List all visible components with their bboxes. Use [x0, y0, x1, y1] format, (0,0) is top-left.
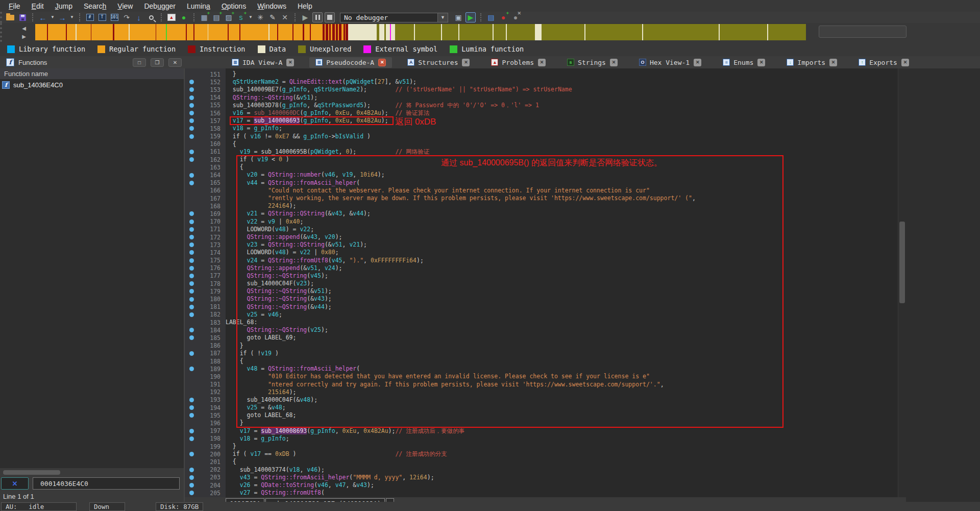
code-line[interactable]: 185 goto LABEL_69;	[185, 334, 906, 342]
remove-breakpoint-icon[interactable]: ●✕	[510, 12, 521, 22]
freeze-icon[interactable]: ✳	[255, 12, 265, 22]
code-line[interactable]: 178 sub_14000C04F(v23);	[185, 280, 906, 287]
code-line[interactable]: 159 if ( v16 != 0xE7 && g_pInfo->bIsVali…	[185, 133, 906, 140]
code-line[interactable]: 179 QString::~QString(&v51);	[185, 287, 906, 295]
code-line[interactable]: 193 sub_14000C04F(&v48);	[185, 396, 906, 404]
code-line[interactable]: 205 v27 = QString::fromUtf8(	[185, 489, 906, 497]
code-line[interactable]: 180 QString::~QString(&v43);	[185, 295, 906, 303]
code-line[interactable]: 174 LODWORD(v48) = v22 | 0x80;	[185, 249, 906, 256]
tab-close-icon[interactable]: ✕	[286, 59, 294, 66]
code-line[interactable]: 157 v17 = sub_140008693(g_pInfo, 0xEu, 0…	[185, 117, 906, 125]
tab-enums[interactable]: ≡Enums✕	[717, 57, 771, 68]
debugger-select[interactable]: No debugger▼	[340, 13, 448, 22]
code-line[interactable]: 194 v25 = &v48;	[185, 404, 906, 411]
panel-float-button[interactable]: ❐	[151, 58, 164, 67]
back-history-dropdown[interactable]: ▼	[50, 12, 55, 22]
debug-continue-icon[interactable]: ▶	[465, 12, 476, 22]
jump-to-address-icon[interactable]: #	[85, 12, 95, 22]
code-line[interactable]: 183LABEL_68:	[185, 319, 906, 326]
jump-down-icon[interactable]: ↓	[134, 12, 144, 22]
code-line[interactable]: 172 QString::append(&v43, v20);	[185, 233, 906, 241]
code-line[interactable]: 164 v20 = QString::number(v46, v19, 10i6…	[185, 171, 906, 179]
code-line[interactable]: 166 "Could not contact the webserver. Pl…	[185, 187, 906, 194]
code-line[interactable]: 184 QString::~QString(v25);	[185, 326, 906, 334]
current-address-field[interactable]: 00014036E4C0	[33, 477, 180, 490]
edit-function-icon[interactable]: ✎	[267, 12, 278, 22]
code-line[interactable]: 190 "010 Editor has detected that you ha…	[185, 373, 906, 380]
tab-problems[interactable]: ▲Problems✕	[485, 57, 552, 68]
code-line[interactable]: 177 QString::~QString(v45);	[185, 272, 906, 280]
code-line[interactable]: 191 "ntered correctly and try again. If …	[185, 381, 906, 388]
analysis-status-icon[interactable]: ●	[179, 12, 189, 22]
tab-close-icon[interactable]: ✕	[538, 59, 546, 66]
search-icon[interactable]	[146, 12, 156, 22]
navigate-back-icon[interactable]: ←	[38, 12, 48, 22]
code-line[interactable]: 182 v25 = v46;	[185, 311, 906, 319]
function-name-column-header[interactable]: Function name	[0, 68, 184, 80]
code-line[interactable]: 154 QString::~QString(&v51);	[185, 94, 906, 102]
add-breakpoint-icon[interactable]: ●+	[498, 12, 508, 22]
function-list-item[interactable]: f sub_14036E4C0	[0, 80, 184, 90]
code-line[interactable]: 187 if ( !v19 )	[185, 350, 906, 357]
menu-item-view[interactable]: View	[112, 1, 138, 11]
tab-close-icon[interactable]: ✕	[901, 59, 909, 66]
code-line[interactable]: 181 QString::~QString(&v44);	[185, 303, 906, 311]
debug-run-icon[interactable]: ▶	[300, 12, 310, 22]
panel-close-button[interactable]: ✕	[168, 58, 182, 67]
jump-to-name-icon[interactable]: T	[97, 12, 107, 22]
tab-close-icon[interactable]: ✕	[757, 59, 765, 66]
tab-close-icon[interactable]: ✕	[694, 59, 701, 66]
menu-item-file[interactable]: File	[3, 1, 26, 11]
tab-exports[interactable]: ↑Exports✕	[852, 57, 915, 68]
code-line[interactable]: 155 sub_140003D78(g_pInfo, &qStrPassword…	[185, 102, 906, 109]
breakpoint-list-icon[interactable]: ▤	[486, 12, 496, 22]
navband-right-arrow[interactable]: ▶	[19, 32, 29, 40]
code-line[interactable]: 186 }	[185, 342, 906, 350]
tab-ida-view-a[interactable]: ≣IDA View-A✕	[226, 57, 300, 68]
debug-attach-icon[interactable]: ▣	[453, 12, 463, 22]
menu-item-help[interactable]: Help	[292, 1, 318, 11]
code-line[interactable]: 204 v26 = QDate::toString(v46, v47, &v43…	[185, 481, 906, 489]
code-line[interactable]: 188 {	[185, 357, 906, 365]
code-line[interactable]: 196 }	[185, 419, 906, 427]
code-line[interactable]: 168 224i64);	[185, 202, 906, 210]
make-name-icon[interactable]: ▨+	[224, 12, 234, 22]
tab-structures[interactable]: AStructures✕	[401, 57, 476, 68]
code-line[interactable]: 165 v44 = QString::fromAscii_helper(	[185, 179, 906, 187]
code-line[interactable]: 202 sub_140003774(v18, v46);	[185, 466, 906, 474]
code-line[interactable]: 176 QString::append(&v51, v24);	[185, 264, 906, 272]
scrollbar-thumb[interactable]	[3, 470, 60, 475]
jump-to-segment-icon[interactable]: 101	[109, 12, 119, 22]
clear-filter-button[interactable]: ✕	[1, 477, 29, 490]
save-file-icon[interactable]	[17, 12, 28, 22]
tab-close-icon[interactable]: ✕	[462, 59, 470, 66]
tab-pseudocode-a[interactable]: ≣Pseudocode-A✕	[309, 57, 392, 68]
tab-strings[interactable]: sStrings✕	[561, 57, 624, 68]
panel-minimize-button[interactable]: □	[133, 58, 146, 67]
code-line[interactable]: 171 LODWORD(v48) = v22;	[185, 226, 906, 233]
code-line[interactable]: 200 if ( v17 == 0xDB ) // 注册成功的分支	[185, 450, 906, 458]
code-line[interactable]: 160 {	[185, 140, 906, 148]
tab-close-icon[interactable]: ✕	[829, 59, 837, 66]
make-data-icon[interactable]: ▤+	[211, 12, 222, 22]
code-line[interactable]: 173 v23 = QString::QString(&v51, v21);	[185, 241, 906, 249]
code-line[interactable]: 152 qStrUserName2 = QLineEdit::text(pQWi…	[185, 78, 906, 86]
code-line[interactable]: 161 v19 = sub_14000695B(pQWidget, 0); //…	[185, 148, 906, 156]
navigate-forward-icon[interactable]: →	[57, 12, 67, 22]
menu-item-options[interactable]: Options	[216, 1, 252, 11]
functions-horizontal-scrollbar[interactable]	[0, 468, 184, 476]
debug-pause-icon[interactable]	[312, 12, 323, 22]
chevron-down-icon[interactable]: ▼	[437, 13, 448, 22]
tab-imports[interactable]: ↓Imports✕	[780, 57, 843, 68]
tab-close-icon[interactable]: ✕	[378, 59, 386, 66]
menu-item-windows[interactable]: Windows	[252, 1, 292, 11]
jump-by-name-icon[interactable]: ↷	[121, 12, 132, 22]
problems-alert-icon[interactable]: ▲	[166, 12, 177, 22]
code-line[interactable]: 199 }	[185, 443, 906, 450]
pseudocode-view[interactable]: 151 }152 qStrUserName2 = QLineEdit::text…	[185, 68, 906, 497]
lumina-dropdown[interactable]: ▼	[248, 12, 253, 22]
open-file-icon[interactable]	[5, 12, 15, 22]
code-line[interactable]: 167 "rently working, the server may be d…	[185, 194, 906, 202]
menu-item-lumina[interactable]: Lumina	[181, 1, 216, 11]
make-code-icon[interactable]: ▦+	[199, 12, 209, 22]
